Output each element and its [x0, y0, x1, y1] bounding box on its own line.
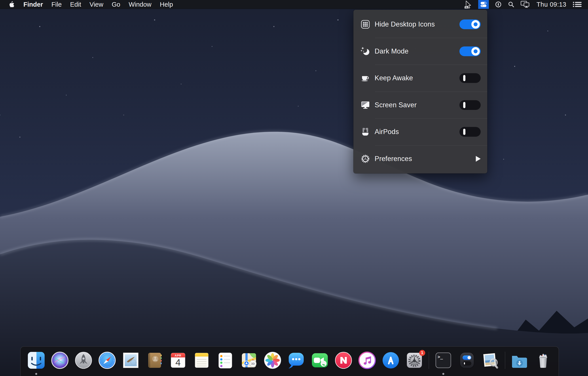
dock-item-reminders[interactable]: [216, 351, 235, 370]
itunes-icon: [358, 351, 376, 370]
menu-bar: Finder File Edit View Go Window Help: [0, 0, 588, 9]
dock-item-siri[interactable]: [51, 351, 69, 370]
terminal-icon: >_: [434, 351, 452, 370]
dock-separator: [505, 352, 505, 369]
finder-icon: [27, 351, 45, 370]
dock-item-mail[interactable]: [122, 351, 140, 370]
menu-bar-left: Finder File Edit View Go Window Help: [9, 1, 173, 8]
screen-saver-label: Screen Saver: [375, 101, 417, 109]
coffee-cup-icon: [360, 73, 371, 83]
dock: APR 4: [20, 346, 559, 376]
dock-separator: [429, 352, 429, 369]
toggle-knob: [463, 102, 465, 108]
news-icon: [334, 351, 353, 370]
panel-row-screen-saver[interactable]: Screen Saver: [353, 92, 487, 119]
dock-item-photos[interactable]: [263, 351, 282, 370]
dock-item-calendar[interactable]: APR 4: [169, 351, 187, 370]
dock-item-messages[interactable]: [287, 351, 305, 370]
svg-text:3D: 3D: [251, 362, 255, 365]
downloads-folder-icon: [510, 351, 529, 370]
safari-icon: [98, 351, 116, 370]
dock-item-finder[interactable]: [27, 351, 45, 370]
airpods-icon: [360, 127, 371, 137]
panel-row-preferences[interactable]: Preferences: [353, 145, 487, 172]
menu-view[interactable]: View: [89, 1, 103, 8]
svg-text:4: 4: [175, 357, 180, 368]
panel-row-keep-awake[interactable]: Keep Awake: [353, 65, 487, 92]
menu-edit[interactable]: Edit: [70, 1, 81, 8]
keep-awake-label: Keep Awake: [375, 74, 413, 82]
toggle-knob: [463, 129, 465, 135]
app-store-icon: [381, 351, 400, 370]
panel-row-dark-mode[interactable]: Dark Mode: [353, 38, 487, 65]
moon-sparkles-icon: [360, 46, 371, 56]
siri-icon: [51, 351, 69, 370]
dock-item-news[interactable]: [334, 351, 353, 370]
mouse-cursor: [464, 1, 473, 10]
one-switch-panel: Hide Desktop Icons Dark Mode Keep Awake: [353, 10, 487, 173]
apple-menu-icon[interactable]: [9, 1, 15, 8]
dark-mode-toggle[interactable]: [460, 46, 481, 56]
dock-item-safari[interactable]: [98, 351, 116, 370]
panel-row-airpods[interactable]: AirPods: [353, 119, 487, 145]
panel-row-hide-desktop-icons[interactable]: Hide Desktop Icons: [353, 11, 487, 38]
contacts-icon: [145, 351, 164, 370]
1password-menubar-icon[interactable]: [495, 1, 502, 8]
dock-item-trash[interactable]: [534, 351, 552, 370]
dock-item-itunes[interactable]: [358, 351, 376, 370]
menu-app-name[interactable]: Finder: [23, 1, 43, 8]
menu-bar-status-area: Thu 09:13: [478, 0, 582, 9]
one-switch-app-icon: [458, 351, 476, 370]
display-icon: [360, 100, 371, 110]
dock-item-downloads[interactable]: [510, 351, 529, 370]
photos-icon: [263, 351, 282, 370]
messages-icon: [287, 351, 305, 370]
trash-icon: [534, 351, 552, 370]
menu-file[interactable]: File: [52, 1, 62, 8]
dock-item-launchpad[interactable]: [74, 351, 93, 370]
spotlight-search-icon[interactable]: [508, 1, 514, 8]
toggle-knob: [471, 20, 480, 29]
calendar-icon: APR 4: [169, 351, 187, 370]
maps-icon: 3D: [240, 351, 258, 370]
menu-window[interactable]: Window: [128, 1, 151, 8]
preferences-label: Preferences: [375, 155, 412, 163]
preview-icon: [481, 351, 500, 370]
one-switch-icon: [480, 1, 487, 8]
toggle-knob: [463, 75, 465, 81]
displays-menubar-icon[interactable]: [521, 1, 530, 8]
screen-saver-toggle[interactable]: [460, 100, 481, 110]
desktop: { "menu_bar": { "app_name": "Finder", "m…: [0, 0, 588, 376]
dock-item-terminal[interactable]: >_: [434, 351, 452, 370]
facetime-icon: [311, 351, 329, 370]
reminders-icon: [216, 351, 235, 370]
menu-go[interactable]: Go: [112, 1, 120, 8]
desktop-grid-icon: [360, 19, 371, 29]
menu-help[interactable]: Help: [160, 1, 173, 8]
hide-desktop-icons-label: Hide Desktop Icons: [375, 20, 435, 28]
notes-icon: [192, 351, 211, 370]
dock-item-facetime[interactable]: [311, 351, 329, 370]
dock-item-notes[interactable]: [192, 351, 211, 370]
menubar-clock[interactable]: Thu 09:13: [536, 1, 566, 8]
airpods-toggle[interactable]: [460, 127, 481, 137]
dark-mode-label: Dark Mode: [375, 47, 409, 55]
desktop-wallpaper: [0, 0, 588, 376]
airpods-label: AirPods: [375, 128, 399, 136]
dock-item-system-preferences[interactable]: 1: [405, 351, 424, 370]
dock-item-app-store[interactable]: [381, 351, 400, 370]
mail-icon: [122, 351, 140, 370]
dock-item-one-switch[interactable]: [458, 351, 476, 370]
dock-item-contacts[interactable]: [145, 351, 164, 370]
keep-awake-toggle[interactable]: [460, 73, 481, 83]
running-indicator: [35, 373, 37, 375]
list-menu-icon[interactable]: [573, 1, 582, 8]
svg-text:>_: >_: [438, 354, 443, 359]
toggle-knob: [471, 47, 480, 55]
dock-item-preview[interactable]: [481, 351, 500, 370]
svg-text:APR: APR: [175, 354, 181, 357]
dock-item-maps[interactable]: 3D: [240, 351, 258, 370]
hide-desktop-icons-toggle[interactable]: [460, 20, 481, 29]
one-switch-menubar-item[interactable]: [478, 0, 489, 9]
gear-icon: [360, 154, 371, 164]
